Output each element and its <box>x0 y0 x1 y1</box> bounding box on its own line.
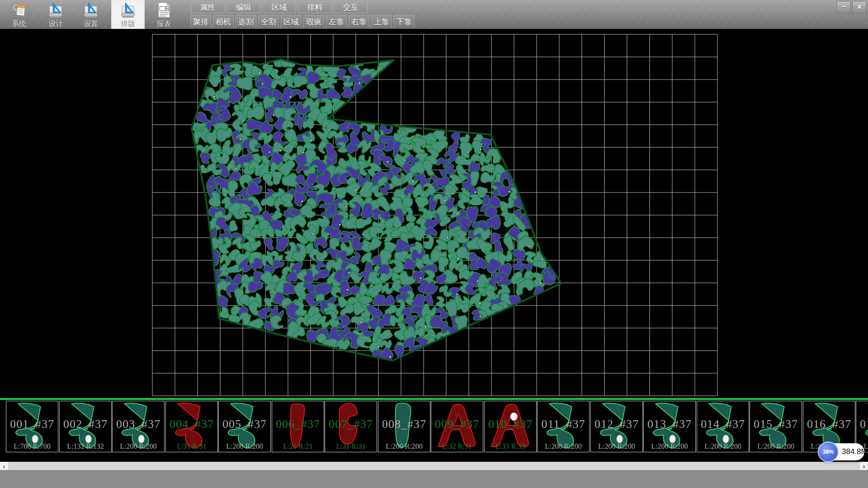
scroll-right-button[interactable]: › <box>860 462 868 470</box>
tool-button-9[interactable]: 上靠 <box>371 15 392 28</box>
strip-top-green-line <box>0 398 868 400</box>
piece-thumbnail-004_#37[interactable]: 004_#37 L:31 R:31 <box>165 401 218 452</box>
mode-button-label: 系统 <box>12 19 26 29</box>
piece-thumbnail-001_#37[interactable]: 001_#37 L:700 R:700 <box>6 401 58 452</box>
memory-value: 384.8M <box>842 443 868 460</box>
piece-thumbnail-013_#37[interactable]: 013_#37 L:200 R:200 <box>643 401 696 452</box>
menu-item-3[interactable]: 区域 <box>262 1 296 13</box>
piece-shape <box>698 402 748 451</box>
piece-shape <box>113 402 164 451</box>
piece-shape <box>644 402 695 451</box>
memory-usage-badge[interactable]: 38% 384.8M <box>818 443 864 460</box>
nesting-canvas[interactable] <box>0 29 868 398</box>
minimize-button[interactable]: − <box>836 1 851 14</box>
mode-button-label: 设计 <box>48 19 63 29</box>
piece-thumbnail-012_#37[interactable]: 012_#37 L:200 R:200 <box>590 401 643 452</box>
piece-thumbnail-010_#37[interactable]: 010_#37 L:33 R:33 <box>484 401 537 452</box>
scroll-left-button[interactable]: ‹ <box>0 462 8 470</box>
piece-shape <box>60 402 111 451</box>
piece-shape <box>485 402 536 451</box>
piece-thumbnail-008_#37[interactable]: 008_#37 L:200 R:200 <box>378 401 430 452</box>
piece-shape <box>326 402 376 451</box>
nesting-application-window: 系统设计设置排版报表 属性编辑区域排料交互 聚排相机选割全割区域瑕疵左靠右靠上靠… <box>0 0 868 488</box>
mode-button-5[interactable]: 报表 <box>148 0 179 29</box>
piece-shape <box>750 402 801 451</box>
mode-button-label: 排版 <box>121 19 135 29</box>
mode-button-4[interactable]: 排版 <box>111 0 145 29</box>
pieces-thumbnail-strip: 001_#37 L:700 R:700 002_#37 L:132 R:132 … <box>0 398 868 453</box>
set-square-icon <box>47 1 64 19</box>
bottom-status-bar <box>0 470 868 488</box>
tool-button-2[interactable]: 相机 <box>213 15 234 28</box>
piece-shape <box>166 402 217 451</box>
tool-button-5[interactable]: 区域 <box>281 15 302 28</box>
piece-thumbnail-009_#37[interactable]: 009_#37 L:32 R:31 <box>431 401 483 452</box>
tool-button-10[interactable]: 下靠 <box>394 15 415 28</box>
piece-thumbnail-011_#37[interactable]: 011_#37 L:200 R:200 <box>537 401 590 452</box>
tool-button-6[interactable]: 瑕疵 <box>303 15 324 28</box>
piece-shape <box>7 402 57 451</box>
piece-thumbnail-006_#37[interactable]: 006_#37 L:21 R:21 <box>272 401 324 452</box>
mode-button-1[interactable]: 系统 <box>4 0 34 29</box>
system-gear-icon <box>10 1 28 19</box>
nesting-layout-drawing[interactable] <box>0 29 868 398</box>
piece-shape <box>591 402 642 451</box>
mode-button-3[interactable]: 设置 <box>77 0 105 29</box>
mode-button-label: 设置 <box>84 19 98 29</box>
menu-bar: 属性编辑区域排料交互 <box>191 1 369 13</box>
set-square-icon <box>82 1 99 19</box>
menu-item-1[interactable]: 属性 <box>191 1 225 13</box>
horizontal-scrollbar[interactable]: ‹ › <box>0 462 868 470</box>
piece-shape <box>219 402 270 451</box>
piece-thumbnail-015_#37[interactable]: 015_#37 L:200 R:200 <box>750 401 802 452</box>
report-icon <box>155 1 172 19</box>
tool-button-4[interactable]: 全割 <box>258 15 279 28</box>
menu-item-4[interactable]: 排料 <box>298 1 332 13</box>
mode-button-2[interactable]: 设计 <box>42 0 70 29</box>
piece-shape <box>379 402 429 451</box>
menu-item-5[interactable]: 交互 <box>334 1 368 13</box>
set-square-icon <box>119 1 137 19</box>
mode-button-label: 报表 <box>156 19 171 29</box>
tool-button-8[interactable]: 右靠 <box>349 15 369 28</box>
menu-item-2[interactable]: 编辑 <box>226 1 260 13</box>
progress-circle: 38% <box>818 441 839 462</box>
piece-thumbnail-005_#37[interactable]: 005_#37 L:200 R:200 <box>218 401 271 452</box>
tool-button-3[interactable]: 选割 <box>236 15 256 28</box>
close-button[interactable]: × <box>852 1 867 14</box>
piece-shape <box>538 402 589 451</box>
piece-thumbnail-003_#37[interactable]: 003_#37 L:200 R:200 <box>112 401 165 452</box>
piece-shape <box>273 402 323 451</box>
piece-thumbnail-014_#37[interactable]: 014_#37 L:200 R:200 <box>697 401 749 452</box>
piece-thumbnail-007_#37[interactable]: 007_#37 L:31 R:31 <box>325 401 377 452</box>
tool-button-1[interactable]: 聚排 <box>190 15 211 28</box>
main-toolbar: 系统设计设置排版报表 属性编辑区域排料交互 聚排相机选割全割区域瑕疵左靠右靠上靠… <box>0 0 868 29</box>
tool-bar: 聚排相机选割全割区域瑕疵左靠右靠上靠下靠 <box>190 15 416 28</box>
tool-button-7[interactable]: 左靠 <box>326 15 347 28</box>
piece-shape <box>432 402 482 451</box>
piece-thumbnail-002_#37[interactable]: 002_#37 L:132 R:132 <box>59 401 112 452</box>
window-controls: − × <box>836 1 867 14</box>
